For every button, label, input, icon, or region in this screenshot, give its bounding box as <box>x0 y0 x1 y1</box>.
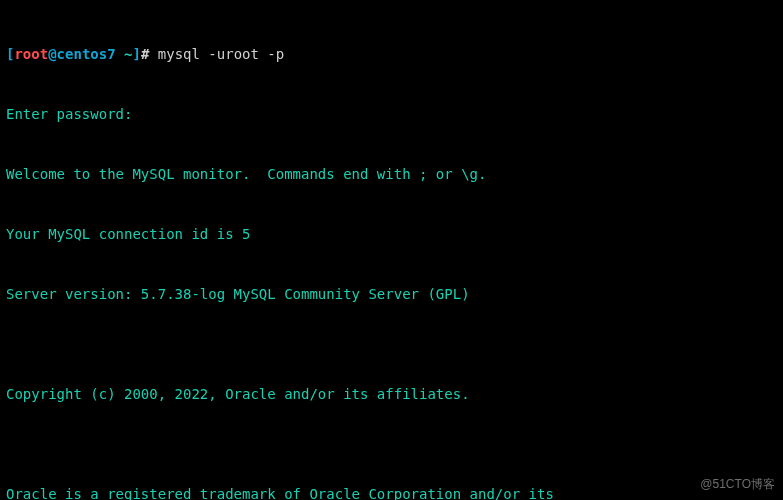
prompt-hash: # <box>141 46 158 62</box>
bracket-close: ] <box>132 46 140 62</box>
output-line: Server version: 5.7.38-log MySQL Communi… <box>6 284 777 304</box>
output-line: Welcome to the MySQL monitor. Commands e… <box>6 164 777 184</box>
prompt-space <box>116 46 124 62</box>
output-line: Oracle is a registered trademark of Orac… <box>6 484 777 500</box>
prompt-user: root <box>14 46 48 62</box>
shell-prompt-line: [root@centos7 ~]# mysql -uroot -p <box>6 44 777 64</box>
watermark-text: @51CTO博客 <box>700 474 775 494</box>
prompt-at: @ <box>48 46 56 62</box>
terminal-output[interactable]: [root@centos7 ~]# mysql -uroot -p Enter … <box>6 4 777 500</box>
shell-command: mysql -uroot -p <box>158 46 284 62</box>
output-line: Enter password: <box>6 104 777 124</box>
output-line: Your MySQL connection id is 5 <box>6 224 777 244</box>
prompt-host: centos7 <box>57 46 116 62</box>
output-line: Copyright (c) 2000, 2022, Oracle and/or … <box>6 384 777 404</box>
